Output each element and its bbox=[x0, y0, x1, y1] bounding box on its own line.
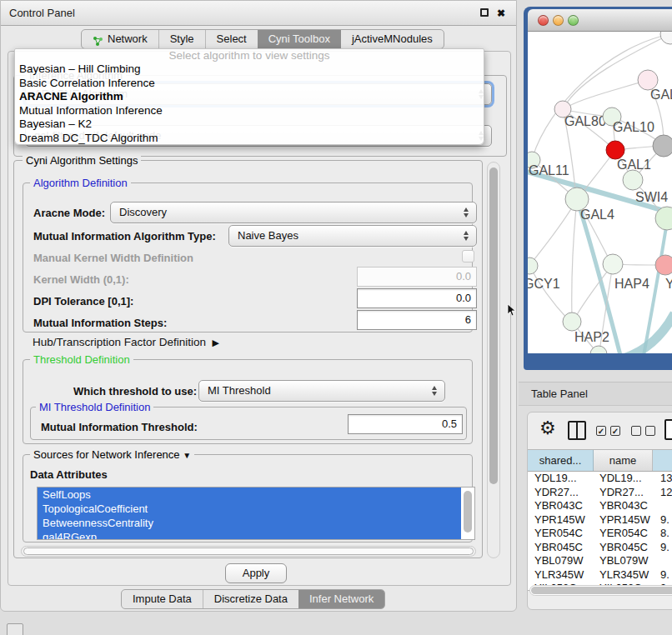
manual-kernel-width-checkbox[interactable] bbox=[462, 250, 474, 262]
attribute-item[interactable]: TopologicalCoefficient bbox=[38, 502, 461, 516]
attribute-item[interactable]: gal4RGexp bbox=[38, 530, 461, 540]
algorithm-dropdown-popup: Select algorithm to view settings Bayesi… bbox=[14, 48, 484, 145]
network-node[interactable] bbox=[563, 312, 581, 331]
tab-cyni-toolbox[interactable]: Cyni Toolbox bbox=[258, 30, 341, 48]
tab-network[interactable]: Network bbox=[82, 30, 158, 48]
settings-horizontal-scrollbar[interactable] bbox=[21, 546, 476, 557]
attribute-item[interactable]: BetweennessCentrality bbox=[38, 516, 461, 530]
attribute-item[interactable]: SelfLoops bbox=[38, 488, 461, 502]
network-node[interactable] bbox=[528, 258, 538, 274]
minimize-traffic-light-icon[interactable] bbox=[553, 15, 564, 26]
gear-icon[interactable]: ⚙ bbox=[539, 418, 556, 439]
data-attributes-list[interactable]: SelfLoopsTopologicalCoefficientBetweenne… bbox=[37, 487, 475, 540]
table-row[interactable]: YER054CYER054C8. bbox=[528, 527, 672, 541]
kernel-width-field[interactable]: 0.0 bbox=[357, 267, 477, 287]
column-header-name[interactable]: name bbox=[594, 450, 653, 471]
network-node[interactable] bbox=[655, 255, 672, 275]
collapsed-right-icon: ▶ bbox=[213, 338, 219, 348]
close-traffic-light-icon[interactable] bbox=[538, 15, 549, 26]
tab-select[interactable]: Select bbox=[205, 30, 258, 48]
table-panel-titlebar: Table Panel bbox=[519, 382, 672, 406]
network-edge[interactable] bbox=[529, 266, 568, 319]
deselect-all-checkbox-icon[interactable] bbox=[645, 426, 655, 436]
tab-infer-network[interactable]: Infer Network bbox=[298, 590, 384, 608]
network-canvas[interactable]: GAL2GAL80GAL10GAL1GAL11SWI4GAL4GCY1HAP4Y… bbox=[528, 32, 672, 353]
table-row[interactable]: YDR27...YDR27...12 bbox=[528, 486, 672, 500]
table-row[interactable]: YBR045CYBR045C9. bbox=[528, 541, 672, 555]
dropdown-placeholder: Select algorithm to view settings bbox=[15, 49, 484, 62]
mi-algorithm-type-select[interactable]: Naive Bayes bbox=[228, 225, 477, 247]
mi-steps-label: Mutual Information Steps: bbox=[33, 317, 167, 329]
dropdown-item[interactable]: ARACNE Algorithm bbox=[15, 90, 484, 104]
dropdown-item[interactable]: Bayesian – K2 bbox=[15, 118, 484, 132]
tab-label: Infer Network bbox=[309, 590, 374, 608]
list-scrollbar[interactable] bbox=[462, 488, 474, 538]
hub-tf-definition-toggle[interactable]: Hub/Transcription Factor Definition ▶ bbox=[33, 336, 219, 348]
network-node[interactable] bbox=[603, 254, 623, 274]
cyni-algorithm-settings-group: Cyni Algorithm Settings Algorithm Defini… bbox=[13, 160, 483, 558]
table-cell: YDL19... bbox=[594, 472, 653, 486]
network-node[interactable] bbox=[606, 141, 624, 159]
sources-toggle[interactable]: Sources for Network Inference ▼ bbox=[30, 448, 194, 461]
tab-style[interactable]: Style bbox=[158, 30, 205, 48]
table-panel: ⚙ ✓ ✓ shared... name YDL19...YDL19...13Y… bbox=[527, 412, 672, 610]
tab-discretize-data[interactable]: Discretize Data bbox=[203, 590, 298, 608]
which-threshold-value: MI Threshold bbox=[208, 384, 271, 397]
table-cell: YBR045C bbox=[594, 541, 653, 555]
table-row[interactable]: YBR043CYBR043C bbox=[528, 499, 672, 513]
network-edge[interactable] bbox=[572, 199, 577, 319]
dpi-tolerance-field[interactable]: 0.0 bbox=[357, 288, 477, 308]
node-label: GAL10 bbox=[613, 120, 654, 134]
network-view-window: GAL2GAL80GAL10GAL1GAL11SWI4GAL4GCY1HAP4Y… bbox=[524, 7, 672, 370]
dpi-tolerance-value: 0.0 bbox=[456, 292, 471, 304]
node-label: GAL1 bbox=[617, 158, 651, 172]
dropdown-item[interactable]: Bayesian – Hill Climbing bbox=[15, 62, 484, 77]
column-header-shared[interactable]: shared... bbox=[528, 450, 594, 471]
network-node[interactable] bbox=[653, 135, 672, 157]
apply-button[interactable]: Apply bbox=[225, 563, 287, 583]
network-edge[interactable] bbox=[568, 80, 648, 107]
dropdown-item[interactable]: Mutual Information Inference bbox=[15, 104, 484, 118]
data-attributes-label: Data Attributes bbox=[30, 468, 108, 481]
window-title: Control Panel bbox=[9, 1, 75, 26]
table-row[interactable]: YLR345WYLR345W9. bbox=[528, 568, 672, 582]
dropdown-item[interactable]: Basic Correlation Inference bbox=[15, 77, 484, 91]
network-node[interactable] bbox=[660, 32, 672, 44]
minimized-panel-icon[interactable] bbox=[7, 623, 23, 635]
tab-impute-data[interactable]: Impute Data bbox=[122, 590, 203, 608]
node-label: SWI4 bbox=[635, 190, 668, 204]
table-cell: 13 bbox=[653, 472, 672, 486]
mi-threshold-field[interactable]: 0.5 bbox=[348, 414, 463, 434]
dropdown-item[interactable]: Dream8 DC_TDC Algorithm bbox=[15, 132, 484, 146]
network-node[interactable] bbox=[623, 170, 643, 190]
table-cell: YDL19... bbox=[528, 472, 594, 486]
control-panel-tabbar: Network Style Select Cyni Toolbox jActiv… bbox=[81, 29, 444, 49]
deselect-all-checkbox-icon[interactable] bbox=[631, 426, 641, 436]
node-label: HAP4 bbox=[614, 277, 649, 291]
tab-label: Impute Data bbox=[133, 590, 192, 608]
select-all-checkbox-icon[interactable]: ✓ bbox=[596, 426, 606, 436]
columns-icon[interactable] bbox=[568, 421, 586, 440]
table-row[interactable]: YBL079WYBL079W bbox=[528, 554, 672, 568]
table-row[interactable]: YDL19...YDL19...13 bbox=[528, 472, 672, 486]
document-icon[interactable] bbox=[664, 419, 672, 440]
table-row[interactable]: YPR145WYPR145W9. bbox=[528, 513, 672, 528]
mi-steps-field[interactable]: 6 bbox=[357, 310, 477, 330]
tab-jactivemnodules[interactable]: jActiveMNodules bbox=[341, 30, 444, 48]
float-window-icon[interactable] bbox=[480, 8, 489, 17]
settings-vertical-scrollbar[interactable] bbox=[487, 162, 500, 558]
select-all-checkbox-icon[interactable]: ✓ bbox=[610, 426, 620, 436]
which-threshold-select[interactable]: MI Threshold bbox=[198, 380, 445, 402]
attr-items: SelfLoopsTopologicalCoefficientBetweenne… bbox=[38, 488, 474, 540]
table-cell: YBR045C bbox=[528, 541, 594, 555]
close-icon[interactable]: ✖ bbox=[496, 8, 506, 18]
table-cell: YPR145W bbox=[528, 513, 594, 528]
aracne-mode-select[interactable]: Discovery bbox=[110, 202, 477, 223]
table-cell: 9. bbox=[653, 568, 672, 582]
table-cell: YDR27... bbox=[594, 486, 653, 500]
column-header-partial[interactable] bbox=[653, 450, 672, 471]
zoom-traffic-light-icon[interactable] bbox=[568, 15, 579, 26]
bottom-tabbar: Impute Data Discretize Data Infer Networ… bbox=[121, 589, 385, 609]
table-horizontal-scrollbar[interactable] bbox=[529, 585, 672, 596]
node-table: shared... name YDL19...YDL19...13YDR27..… bbox=[528, 449, 672, 591]
